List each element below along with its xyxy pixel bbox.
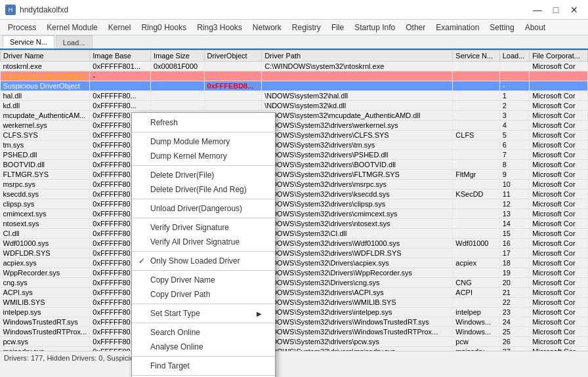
context-menu-item[interactable]: Set Start Type — [132, 306, 275, 321]
context-menu-item[interactable]: Analyse Online — [132, 340, 275, 354]
main-content: Driver Name Image Base Image Size Driver… — [0, 50, 588, 364]
context-menu-separator — [132, 356, 275, 357]
tab-service-name[interactable]: Service N... — [3, 35, 54, 49]
menu-about[interactable]: About — [520, 20, 551, 35]
context-menu-separator — [132, 218, 275, 218]
menu-examination[interactable]: Examination — [430, 20, 484, 35]
menu-file[interactable]: File — [326, 20, 349, 35]
menu-process[interactable]: Process — [3, 20, 41, 35]
menu-bar: Process Kernel Module Kernel Ring0 Hooks… — [0, 20, 588, 35]
menu-startup-info[interactable]: Startup Info — [349, 20, 400, 35]
close-button[interactable]: ✕ — [566, 3, 583, 16]
window-title: hndytdakolfxd — [20, 5, 68, 14]
context-menu-item[interactable]: Find Target — [132, 359, 275, 373]
context-menu-separator — [132, 251, 275, 252]
title-bar-controls: — □ ✕ — [529, 3, 583, 16]
menu-registry[interactable]: Registry — [287, 20, 326, 35]
context-menu-overlay: RefreshDump Module MemoryDump Kernel Mem… — [0, 50, 588, 364]
context-menu-item[interactable]: Delete Driver(File And Reg) — [132, 182, 275, 197]
context-menu-item[interactable]: Verify All Driver Signatrue — [132, 235, 275, 249]
context-menu-item[interactable]: Copy Driver Path — [132, 287, 275, 302]
title-bar: H hndytdakolfxd — □ ✕ — [0, 0, 588, 20]
maximize-button[interactable]: □ — [547, 3, 564, 16]
menu-kernel[interactable]: Kernel — [103, 20, 136, 35]
menu-ring3-hooks[interactable]: Ring3 Hooks — [192, 20, 247, 35]
tab-load[interactable]: Load... — [56, 35, 93, 49]
app-icon: H — [5, 5, 16, 15]
menu-other[interactable]: Other — [400, 20, 430, 35]
context-menu-separator — [132, 199, 275, 199]
menu-ring0-hooks[interactable]: Ring0 Hooks — [136, 20, 192, 35]
context-menu-item[interactable]: Unload Driver(Dangerous) — [132, 201, 275, 216]
minimize-button[interactable]: — — [529, 3, 546, 16]
context-menu-item[interactable]: Copy Driver Name — [132, 273, 275, 287]
context-menu-item[interactable]: Dump Kernel Memory — [132, 149, 275, 163]
context-menu-item[interactable]: Dump Module Memory — [132, 134, 275, 149]
context-menu-item[interactable]: Refresh — [132, 115, 275, 130]
context-menu-item[interactable]: Delete Driver(File) — [132, 168, 275, 182]
menu-setting[interactable]: Setting — [484, 20, 519, 35]
context-menu: RefreshDump Module MemoryDump Kernel Mem… — [131, 112, 276, 377]
context-menu-separator — [132, 323, 275, 323]
tab-bar: Service N... Load... — [0, 35, 588, 50]
context-menu-item[interactable]: Search Online — [132, 325, 275, 340]
context-menu-item[interactable]: Verify Driver Signature — [132, 220, 275, 235]
context-menu-item[interactable]: Only Show Loaded Driver — [132, 254, 275, 268]
title-bar-left: H hndytdakolfxd — [5, 5, 68, 15]
menu-kernel-module[interactable]: Kernel Module — [41, 20, 102, 35]
context-menu-separator — [132, 304, 275, 304]
menu-network[interactable]: Network — [247, 20, 287, 35]
context-menu-separator — [132, 375, 275, 376]
context-menu-separator — [132, 165, 275, 166]
context-menu-separator — [132, 132, 275, 132]
context-menu-separator — [132, 270, 275, 271]
